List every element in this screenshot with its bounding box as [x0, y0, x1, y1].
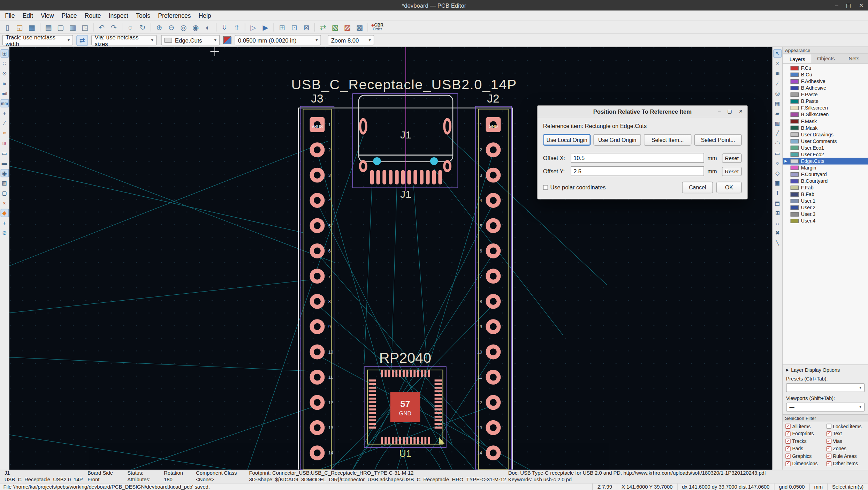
- track-outline-display-icon[interactable]: ▬: [0, 159, 9, 167]
- layer-row-user.1[interactable]: User.1: [783, 198, 868, 204]
- undo-icon[interactable]: ↶: [96, 22, 107, 32]
- cancel-button[interactable]: Cancel: [682, 182, 713, 193]
- smd-pad[interactable]: [435, 390, 442, 392]
- text-tool-icon[interactable]: T: [773, 189, 782, 197]
- smd-pad[interactable]: [399, 437, 401, 444]
- new-board-icon[interactable]: ▯: [2, 22, 13, 32]
- layer-color-swatch[interactable]: [791, 159, 799, 164]
- filter-footprints[interactable]: ✓Footprints: [785, 431, 826, 436]
- filter-graphics[interactable]: ✓Graphics: [785, 453, 826, 459]
- checkbox-icon[interactable]: [826, 424, 831, 429]
- layer-color-swatch[interactable]: [791, 99, 799, 104]
- route-track-tool-icon[interactable]: ∕: [773, 79, 782, 88]
- filter-all-items[interactable]: ✓All items: [785, 423, 826, 429]
- save-board-icon[interactable]: ▦: [26, 22, 38, 32]
- layer-row-b.silkscreen[interactable]: B.Silkscreen: [783, 111, 868, 118]
- smd-pad[interactable]: [384, 437, 387, 444]
- smd-pad[interactable]: [384, 370, 387, 377]
- refresh-icon[interactable]: ↻: [137, 22, 148, 32]
- zone-display-off-icon[interactable]: ×: [0, 199, 9, 207]
- smd-pad[interactable]: [410, 437, 412, 444]
- layer-row-user.3[interactable]: User.3: [783, 211, 868, 218]
- layer-color-swatch[interactable]: [791, 199, 799, 203]
- layer-color-swatch[interactable]: [791, 126, 799, 130]
- smd-pad[interactable]: [381, 370, 383, 377]
- menu-file[interactable]: File: [1, 12, 18, 19]
- smd-pad[interactable]: [435, 405, 442, 407]
- smd-pad[interactable]: [435, 383, 442, 385]
- checkbox-icon[interactable]: ✓: [785, 431, 790, 436]
- smd-pad[interactable]: [403, 370, 405, 377]
- table-tool-icon[interactable]: ⊞: [773, 209, 782, 217]
- layer-row-b.cu[interactable]: B.Cu: [783, 71, 868, 78]
- smd-pad[interactable]: [369, 427, 376, 429]
- tab-nets[interactable]: Nets: [840, 54, 868, 63]
- checkbox-icon[interactable]: ✓: [826, 454, 831, 459]
- usb-pin-pad[interactable]: [432, 170, 436, 184]
- window-close-button[interactable]: ✕: [859, 2, 863, 8]
- layer-select[interactable]: Edge.Cuts▾: [161, 35, 220, 45]
- smd-pad[interactable]: [369, 401, 376, 403]
- offset-x-input[interactable]: [571, 153, 704, 163]
- update-pcb-from-schematic-icon[interactable]: ⇄: [317, 22, 329, 32]
- checkbox-icon[interactable]: ✓: [785, 446, 790, 451]
- smd-pad[interactable]: [413, 437, 416, 444]
- zoom-fit-icon[interactable]: ◎: [178, 22, 189, 32]
- smd-pad[interactable]: [369, 405, 376, 407]
- layer-row-f.adhesive[interactable]: F.Adhesive: [783, 78, 868, 85]
- reference-image-tool-icon[interactable]: ▣: [773, 179, 782, 187]
- rule-area-tool-icon[interactable]: ▧: [773, 119, 782, 127]
- polar-coordinates-option[interactable]: Use polar coordinates: [543, 184, 606, 190]
- draw-arc-tool-icon[interactable]: ◠: [773, 139, 782, 148]
- grid-settings-icon[interactable]: ⊞: [276, 22, 288, 32]
- pad-display-mode-icon[interactable]: ◆: [0, 209, 9, 217]
- smd-pad[interactable]: [399, 370, 401, 377]
- window-minimize-button[interactable]: –: [835, 2, 838, 8]
- layer-row-b.mask[interactable]: B.Mask: [783, 125, 868, 131]
- layer-row-b.fab[interactable]: B.Fab: [783, 191, 868, 198]
- ratsnest-visibility-icon[interactable]: ≈: [0, 129, 9, 137]
- smd-pad[interactable]: [388, 437, 390, 444]
- layer-color-swatch[interactable]: [791, 212, 799, 217]
- layer-color-swatch[interactable]: [791, 86, 799, 90]
- usb-pin-pad[interactable]: [407, 170, 411, 184]
- smd-pad[interactable]: [435, 423, 442, 425]
- inactive-layer-dim-icon[interactable]: ⊘: [0, 229, 9, 237]
- layer-color-swatch[interactable]: [791, 179, 799, 183]
- draw-line-tool-icon[interactable]: ╱: [773, 129, 782, 137]
- layer-color-swatch[interactable]: [791, 73, 799, 77]
- layer-row-f.silkscreen[interactable]: F.Silkscreen: [783, 105, 868, 111]
- select-item-button[interactable]: Select Item...: [644, 134, 692, 145]
- layer-color-swatch[interactable]: [791, 146, 799, 150]
- draw-zone-tool-icon[interactable]: ▰: [773, 109, 782, 118]
- usb-pin-pad[interactable]: [389, 170, 393, 184]
- snap-settings-icon[interactable]: ⊡: [288, 22, 300, 32]
- smd-pad[interactable]: [428, 437, 430, 444]
- smd-pad[interactable]: [369, 412, 376, 414]
- smd-pad[interactable]: [369, 419, 376, 421]
- 3d-viewer-icon[interactable]: ▩: [354, 22, 365, 32]
- smd-pad[interactable]: [421, 370, 423, 377]
- local-ratsnest-tool-icon[interactable]: ≋: [773, 69, 782, 78]
- page-settings-icon[interactable]: ▢: [55, 22, 66, 32]
- smd-pad[interactable]: [369, 408, 376, 410]
- usb-pin-pad[interactable]: [376, 170, 380, 184]
- track-width-select[interactable]: Track: use netclass width▾: [2, 35, 73, 45]
- show-ratsnest-icon[interactable]: ▷: [248, 22, 259, 32]
- checkbox-icon[interactable]: ✓: [785, 439, 790, 444]
- menu-help[interactable]: Help: [195, 12, 215, 19]
- checkbox-icon[interactable]: ✓: [826, 446, 831, 451]
- smd-pad[interactable]: [435, 387, 442, 389]
- grid-select[interactable]: 0.0500 mm (0.0020 in)▾: [235, 35, 321, 45]
- select-point-button[interactable]: Select Point...: [694, 134, 742, 145]
- smd-pad[interactable]: [413, 370, 416, 377]
- layer-pair-indicator-icon[interactable]: [223, 36, 231, 44]
- checkbox-icon[interactable]: ✓: [826, 461, 831, 466]
- position-relative-dialog[interactable]: Position Relative To Reference Item – ▢ …: [537, 105, 748, 199]
- print-icon[interactable]: ▥: [67, 22, 78, 32]
- smd-pad[interactable]: [417, 370, 419, 377]
- filter-locked-items[interactable]: Locked items: [826, 423, 867, 429]
- import-icon[interactable]: ⇩: [219, 22, 230, 32]
- zoom-fit-objects-icon[interactable]: ◉: [190, 22, 201, 32]
- draw-rectangle-tool-icon[interactable]: ▭: [773, 149, 782, 157]
